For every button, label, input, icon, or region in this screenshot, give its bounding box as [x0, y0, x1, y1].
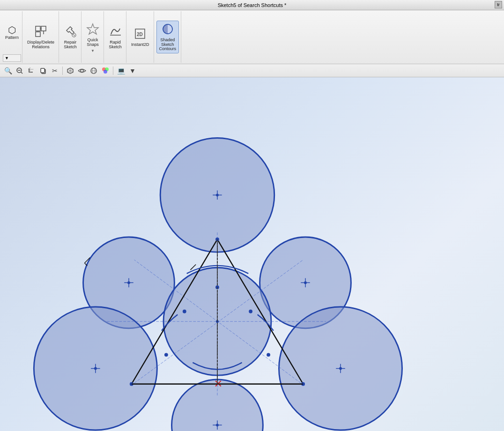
- cube-icon[interactable]: [65, 66, 75, 76]
- repair-sketch-section: RepairSketch: [59, 11, 82, 63]
- pattern-dropdown[interactable]: ▼: [3, 54, 21, 62]
- eye-icon[interactable]: [77, 66, 87, 76]
- pattern-section: ⬡ Pattern ▼: [2, 11, 22, 63]
- svg-point-79: [249, 310, 252, 313]
- quick-snaps-label: QuickSnaps: [87, 38, 99, 47]
- sphere-icon[interactable]: [89, 66, 99, 76]
- pattern-label: Pattern: [5, 36, 19, 40]
- svg-point-29: [104, 70, 107, 74]
- settings-arrow-icon[interactable]: ▼: [127, 66, 138, 76]
- quick-snaps-button[interactable]: QuickSnaps: [84, 21, 102, 49]
- quick-snaps-dropdown[interactable]: ▼: [91, 49, 95, 53]
- svg-rect-2: [36, 32, 40, 37]
- pattern-main: ⬡ Pattern: [3, 12, 21, 53]
- instant2d-label: Instant2D: [131, 43, 149, 47]
- shaded-sketch-button[interactable]: ShadedSketchContours: [156, 21, 179, 54]
- crop-icon[interactable]: [26, 66, 37, 76]
- title-bar: Sketch5 of Search Shortcuts * tr: [0, 0, 504, 10]
- svg-point-23: [81, 69, 83, 72]
- repair-sketch-button[interactable]: RepairSketch: [61, 23, 79, 51]
- rapid-sketch-icon: [109, 25, 122, 39]
- shaded-sketch-icon: [161, 22, 174, 37]
- svg-text:2D: 2D: [137, 32, 143, 37]
- copy-icon[interactable]: [38, 66, 48, 76]
- svg-line-7: [73, 34, 75, 36]
- instant2d-section: 2D Instant2D: [127, 11, 154, 63]
- window-controls[interactable]: tr: [495, 1, 502, 8]
- repair-sketch-icon: [64, 25, 77, 39]
- svg-line-15: [21, 72, 22, 74]
- svg-marker-8: [87, 24, 98, 34]
- quick-snaps-icon: [86, 22, 99, 37]
- display-delete-icon: [34, 25, 47, 39]
- svg-rect-18: [41, 68, 44, 73]
- quick-snaps-section: QuickSnaps ▼: [82, 11, 104, 63]
- svg-rect-0: [36, 26, 40, 31]
- canvas-area[interactable]: .sketch-fill { fill: #8899cc; fill-opaci…: [0, 77, 504, 431]
- display-delete-section: Display/DeleteRelations: [23, 11, 59, 63]
- rapid-sketch-button[interactable]: RapidSketch: [106, 23, 124, 51]
- svg-point-78: [183, 310, 186, 313]
- scissors-icon[interactable]: ✂: [50, 66, 60, 76]
- zoom-in-icon[interactable]: 🔍: [3, 66, 13, 76]
- pattern-icon: ⬡: [8, 25, 16, 35]
- display-delete-button[interactable]: Display/DeleteRelations: [25, 23, 57, 51]
- rapid-sketch-section: RapidSketch: [104, 11, 126, 63]
- svg-point-82: [267, 353, 270, 357]
- instant2d-button[interactable]: 2D Instant2D: [129, 26, 152, 49]
- separator-2: [113, 67, 113, 75]
- window-title: Sketch5 of Search Shortcuts *: [218, 2, 287, 8]
- pattern-button[interactable]: ⬡ Pattern: [3, 24, 21, 42]
- color-icon[interactable]: [100, 66, 111, 76]
- pattern-dropdown-label: ▼: [5, 56, 9, 60]
- main-toolbar: ⬡ Pattern ▼ Display/DeleteRelations: [0, 10, 504, 64]
- rapid-sketch-label: RapidSketch: [109, 40, 122, 50]
- icon-bar: 🔍 ✂ 💻 ▼: [0, 64, 504, 77]
- instant2d-icon: 2D: [133, 27, 147, 42]
- svg-point-81: [164, 353, 168, 357]
- zoom-out-icon[interactable]: [15, 66, 25, 76]
- shaded-sketch-label: ShadedSketchContours: [159, 38, 177, 52]
- repair-sketch-label: RepairSketch: [64, 40, 77, 50]
- sketch-svg: .sketch-fill { fill: #8899cc; fill-opaci…: [0, 77, 504, 431]
- svg-rect-1: [41, 26, 46, 31]
- shaded-sketch-section: ShadedSketchContours: [155, 11, 182, 63]
- monitor-icon[interactable]: 💻: [116, 66, 126, 76]
- minimize-button[interactable]: tr: [495, 1, 502, 8]
- display-delete-label: Display/DeleteRelations: [27, 40, 54, 50]
- separator-1: [62, 67, 63, 75]
